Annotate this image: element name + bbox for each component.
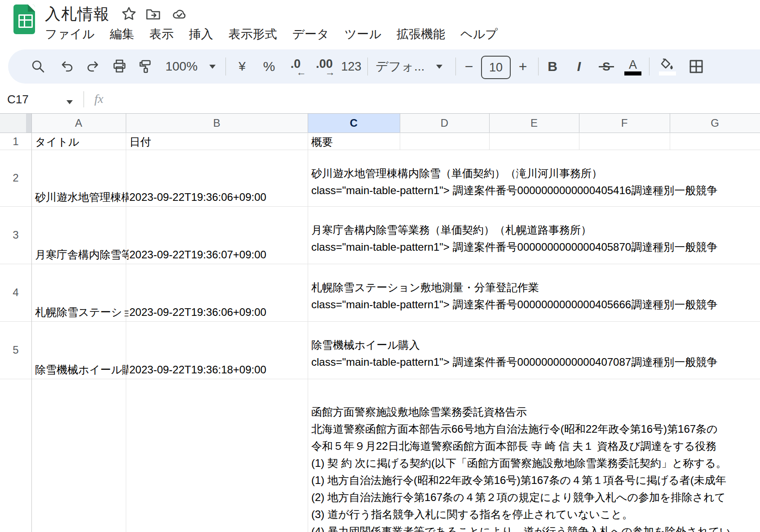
chevron-down-icon xyxy=(66,100,73,104)
menu-extensions[interactable]: 拡張機能 xyxy=(397,26,445,42)
formula-input[interactable] xyxy=(112,90,741,108)
cell-b4[interactable]: 2023-09-22T19:36:06+09:00 xyxy=(126,305,310,319)
cell-a2[interactable]: 砂川遊水地管理棟構内除雪（単価契約）（滝川河川事務所） xyxy=(32,190,128,204)
row-header-5[interactable]: 5 xyxy=(0,321,31,379)
arrow-right-icon: → xyxy=(325,66,335,78)
column-header-e[interactable]: E xyxy=(489,113,579,133)
paint-format-button[interactable] xyxy=(137,49,155,84)
cell-b1[interactable]: 日付 xyxy=(129,135,151,149)
toolbar-divider xyxy=(538,58,539,75)
text-color-button[interactable]: A xyxy=(624,49,642,84)
yen-icon: ¥ xyxy=(239,59,246,74)
logo-grid xyxy=(18,14,33,28)
star-icon[interactable] xyxy=(121,6,137,22)
number-format-label: 123 xyxy=(341,60,361,74)
font-select[interactable]: デフォ... xyxy=(376,49,434,84)
menu-view[interactable]: 表示 xyxy=(150,26,174,42)
notice-line: (4) 暴力団関係事業者等であることにより、道が行う競争入札への参加を除外されて… xyxy=(311,523,731,532)
font-caret[interactable] xyxy=(435,49,444,84)
menu-edit[interactable]: 編集 xyxy=(110,26,134,42)
number-format-button[interactable]: 123 xyxy=(339,49,364,84)
cell-c6[interactable]: 函館方面警察施設敷地除雪業務委託資格告示 北海道警察函館方面本部告示66号地方自… xyxy=(311,403,731,532)
menu-format[interactable]: 表示形式 xyxy=(229,26,277,42)
summary-line2: class="main-table-pattern1"> 調達案件番号00000… xyxy=(311,239,717,256)
document-title[interactable]: 入札情報 xyxy=(45,4,110,25)
column-header-a[interactable]: A xyxy=(31,113,126,133)
column-header-d[interactable]: D xyxy=(400,113,489,133)
toolbar: 100% ¥ % .0 ← .00 → 123 デフォ... − 10 + xyxy=(8,49,760,84)
notice-line: (2) 地方自治法施行令第167条の４第２項の規定により競争入札への参加を排除さ… xyxy=(311,489,731,506)
grid-line xyxy=(0,133,760,133)
column-header-c[interactable]: C xyxy=(308,113,400,133)
row-header-3[interactable]: 3 xyxy=(0,206,31,264)
cell-b5[interactable]: 2023-09-22T19:36:18+09:00 xyxy=(126,363,310,377)
redo-button[interactable] xyxy=(84,49,102,84)
strikethrough-button[interactable]: S xyxy=(597,49,615,84)
cell-a3[interactable]: 月寒庁舎構内除雪等業務（単価契約）（札幌道路事務所） xyxy=(32,248,128,262)
cell-c1[interactable]: 概要 xyxy=(311,135,333,149)
font-size-input[interactable]: 10 xyxy=(481,56,511,79)
cell-a5[interactable]: 除雪機械ホイール購入 xyxy=(32,363,128,377)
search-button[interactable] xyxy=(29,49,47,84)
row-header-2[interactable]: 2 xyxy=(0,150,31,206)
zoom-caret[interactable] xyxy=(208,49,217,84)
cell-a4[interactable]: 札幌除雪ステーション敷地測量・分筆登記作業 xyxy=(32,305,128,319)
fill-color-icon xyxy=(659,58,676,71)
cell-c5[interactable]: 除雪機械ホイール購入 class="main-table-pattern1"> … xyxy=(311,337,717,371)
menu-bar: ファイル 編集 表示 挿入 表示形式 データ ツール 拡張機能 ヘルプ xyxy=(45,26,498,42)
fill-color-button[interactable] xyxy=(658,49,677,84)
menu-help[interactable]: ヘルプ xyxy=(460,26,498,42)
cloud-saved-icon[interactable] xyxy=(172,6,187,22)
grid-line xyxy=(0,379,760,379)
chevron-down-icon xyxy=(436,65,442,69)
increase-font-size-button[interactable]: + xyxy=(514,49,532,84)
print-button[interactable] xyxy=(110,49,128,84)
cell-c3[interactable]: 月寒庁舎構内除雪等業務（単価契約）（札幌道路事務所） class="main-t… xyxy=(311,222,717,256)
grid-line xyxy=(579,113,579,133)
summary-line1: 月寒庁舎構内除雪等業務（単価契約）（札幌道路事務所） xyxy=(311,222,717,239)
summary-line2: class="main-table-pattern1"> 調達案件番号00000… xyxy=(311,182,717,199)
cell-b3[interactable]: 2023-09-22T19:36:07+09:00 xyxy=(126,248,310,262)
menu-data[interactable]: データ xyxy=(292,26,329,42)
column-header-g[interactable]: G xyxy=(670,113,760,133)
name-box[interactable]: C17 xyxy=(7,93,29,106)
italic-button[interactable]: I xyxy=(570,49,588,84)
decrease-font-size-button[interactable]: − xyxy=(460,49,478,84)
cell-b2[interactable]: 2023-09-22T19:36:06+09:00 xyxy=(126,190,310,204)
percent-format-button[interactable]: % xyxy=(260,49,278,84)
strikethrough-line xyxy=(599,66,614,67)
notice-line: 北海道警察函館方面本部告示66号地方自治法施行令(昭和22年政令第16号)第16… xyxy=(311,421,731,438)
notice-line: 令和５年９月22日北海道警察函館方面本部長 寺 崎 信 夫１ 資格及び調達をする… xyxy=(311,438,731,455)
menu-tools[interactable]: ツール xyxy=(345,26,381,42)
row-header-4[interactable]: 4 xyxy=(0,264,31,321)
move-folder-icon[interactable] xyxy=(146,6,161,22)
grid-line xyxy=(31,113,32,133)
percent-icon: % xyxy=(263,59,275,74)
cell-c4[interactable]: 札幌除雪ステーション敷地測量・分筆登記作業 class="main-table-… xyxy=(311,279,717,313)
toolbar-divider xyxy=(225,58,226,75)
column-header-b[interactable]: B xyxy=(126,113,308,133)
increase-decimal-button[interactable]: .00 → xyxy=(312,49,337,84)
row-header-1[interactable]: 1 xyxy=(0,133,31,150)
notice-line: (3) 道が行う指名競争入札に関する指名を停止されていないこと。 xyxy=(311,506,731,523)
font-name: デフォ... xyxy=(376,58,424,75)
menu-file[interactable]: ファイル xyxy=(45,26,95,42)
cell-a1[interactable]: タイトル xyxy=(35,135,79,149)
name-box-caret[interactable] xyxy=(66,98,73,106)
borders-button[interactable] xyxy=(686,49,706,84)
text-color-icon: A xyxy=(629,58,637,71)
menu-insert[interactable]: 挿入 xyxy=(189,26,213,42)
font-size-value: 10 xyxy=(489,61,503,75)
summary-line2: class="main-table-pattern1"> 調達案件番号00000… xyxy=(311,296,717,313)
decrease-decimal-button[interactable]: .0 ← xyxy=(285,49,306,84)
cell-c2[interactable]: 砂川遊水地管理棟構内除雪（単価契約）（滝川河川事務所） class="main-… xyxy=(311,165,717,199)
bold-button[interactable]: B xyxy=(543,49,561,84)
zoom-select[interactable]: 100% xyxy=(161,49,202,84)
italic-icon: I xyxy=(577,59,581,74)
sheets-logo-icon[interactable] xyxy=(13,4,35,34)
chevron-down-icon xyxy=(209,65,216,69)
grid-line xyxy=(126,113,126,133)
column-header-f[interactable]: F xyxy=(579,113,670,133)
undo-button[interactable] xyxy=(58,49,76,84)
currency-format-button[interactable]: ¥ xyxy=(233,49,252,84)
